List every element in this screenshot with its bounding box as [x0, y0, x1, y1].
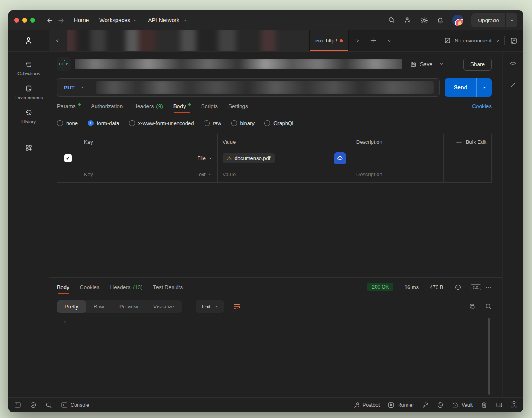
- tab-authorization[interactable]: Authorization: [91, 97, 123, 115]
- find-search-icon[interactable]: [46, 402, 52, 408]
- user-avatar[interactable]: [452, 15, 463, 26]
- nav-api-network[interactable]: API Network: [148, 17, 187, 23]
- blurred-request-name[interactable]: [75, 59, 402, 69]
- status-check-icon[interactable]: [30, 401, 37, 408]
- value-cell[interactable]: documenso.pdf: [218, 150, 351, 166]
- tab-options-chevron-icon[interactable]: [381, 30, 397, 51]
- new-tab-plus-icon[interactable]: [365, 30, 381, 51]
- value-cell[interactable]: Value: [218, 166, 351, 182]
- description-cell[interactable]: Description: [351, 166, 444, 182]
- tab-settings[interactable]: Settings: [228, 97, 248, 115]
- chevron-down-icon: [208, 156, 213, 160]
- invite-user-icon[interactable]: [404, 16, 412, 24]
- mode-raw[interactable]: raw: [204, 120, 221, 126]
- bulk-edit-button[interactable]: Bulk Edit: [444, 134, 491, 150]
- method-chevron-icon[interactable]: [80, 85, 90, 90]
- upgrade-chevron-icon[interactable]: [505, 13, 517, 27]
- save-as-example-icon[interactable]: e.g.: [471, 284, 482, 290]
- code-snippet-icon[interactable]: </>: [510, 60, 516, 67]
- method-selector[interactable]: PUT: [57, 85, 80, 91]
- mode-form-data[interactable]: form-data: [88, 120, 119, 126]
- back-icon[interactable]: [44, 15, 55, 26]
- view-preview[interactable]: Preview: [112, 300, 146, 313]
- vault-button[interactable]: Vault: [452, 401, 473, 408]
- wrap-lines-icon[interactable]: [233, 303, 240, 310]
- expand-panel-icon[interactable]: [510, 82, 516, 88]
- console-button[interactable]: Console: [61, 401, 89, 408]
- response-tab-cookies[interactable]: Cookies: [80, 278, 100, 296]
- status-badge[interactable]: 200 OK: [367, 283, 393, 291]
- share-button[interactable]: Share: [463, 58, 492, 71]
- blurred-tabs[interactable]: [67, 30, 309, 51]
- nav-home[interactable]: Home: [74, 17, 89, 23]
- response-body-editor[interactable]: 1: [49, 316, 502, 397]
- tab-body[interactable]: Body: [173, 97, 191, 115]
- search-response-icon[interactable]: [485, 303, 492, 310]
- file-chip[interactable]: documenso.pdf: [223, 153, 275, 163]
- mode-none[interactable]: none: [57, 120, 78, 126]
- key-cell[interactable]: File: [79, 150, 218, 166]
- mode-binary[interactable]: binary: [231, 120, 255, 126]
- workspace-user-icon[interactable]: [8, 30, 49, 52]
- send-label: Send: [445, 78, 476, 97]
- key-cell[interactable]: Key Text: [79, 166, 218, 182]
- help-icon[interactable]: [511, 401, 517, 408]
- row-checkbox-checked[interactable]: [64, 154, 72, 162]
- blurred-url-value[interactable]: [96, 81, 434, 94]
- environment-selector[interactable]: No environment: [440, 30, 504, 51]
- sidebar-item-history[interactable]: History: [21, 109, 36, 124]
- response-tab-body[interactable]: Body: [57, 278, 69, 296]
- cookies-link[interactable]: Cookies: [472, 103, 492, 109]
- url-input[interactable]: PUT: [57, 78, 440, 97]
- view-pretty[interactable]: Pretty: [57, 300, 86, 313]
- tab-headers[interactable]: Headers (9): [133, 97, 163, 115]
- search-icon[interactable]: [388, 16, 396, 24]
- environment-quick-look-icon[interactable]: [505, 30, 523, 51]
- runner-button[interactable]: Runner: [388, 401, 414, 408]
- trash-icon[interactable]: [481, 401, 488, 408]
- row-checkbox-cell[interactable]: [57, 166, 79, 182]
- close-window-button[interactable]: [14, 18, 19, 23]
- response-more-options-icon[interactable]: [486, 285, 492, 289]
- save-button[interactable]: Save: [410, 61, 432, 67]
- response-tab-test-results[interactable]: Test Results: [153, 278, 183, 296]
- postbot-button[interactable]: Postbot: [353, 401, 380, 408]
- sidebar-item-environments[interactable]: Environments: [15, 85, 43, 100]
- tab-params[interactable]: Params: [57, 97, 81, 115]
- tabs-scroll-left-icon[interactable]: [49, 30, 67, 51]
- minimize-window-button[interactable]: [22, 18, 27, 23]
- tabs-scroll-right-icon[interactable]: [349, 30, 365, 51]
- view-visualize[interactable]: Visualize: [146, 300, 182, 313]
- vertical-scrollbar[interactable]: [488, 318, 490, 395]
- capture-requests-icon[interactable]: [422, 401, 429, 408]
- network-globe-icon[interactable]: [455, 284, 461, 291]
- description-cell[interactable]: [351, 150, 444, 166]
- active-request-tab[interactable]: PUT http:/: [309, 30, 349, 51]
- response-tab-headers[interactable]: Headers (13): [110, 278, 143, 296]
- settings-gear-icon[interactable]: [420, 16, 428, 24]
- sidebar-item-collections[interactable]: Collections: [17, 60, 40, 76]
- upgrade-button[interactable]: Upgrade: [471, 13, 517, 27]
- upload-file-button[interactable]: [334, 152, 346, 164]
- cookies-icon[interactable]: [437, 401, 444, 408]
- forward-icon[interactable]: [55, 15, 67, 26]
- send-options-chevron-icon[interactable]: [476, 78, 492, 97]
- notifications-bell-icon[interactable]: [436, 16, 444, 24]
- view-raw[interactable]: Raw: [86, 300, 112, 313]
- format-dropdown[interactable]: Text: [196, 300, 224, 313]
- split-pane-icon[interactable]: [496, 401, 503, 408]
- zoom-window-button[interactable]: [30, 18, 35, 23]
- mode-x-www-form-urlencoded[interactable]: x-www-form-urlencoded: [129, 120, 194, 126]
- configure-workbench-icon[interactable]: [25, 144, 33, 152]
- toggle-sidebar-icon[interactable]: [14, 401, 21, 408]
- value-type-dropdown[interactable]: Text: [196, 172, 213, 177]
- save-options-chevron-icon[interactable]: [436, 62, 447, 67]
- nav-workspaces[interactable]: Workspaces: [99, 17, 138, 23]
- tab-scripts[interactable]: Scripts: [201, 97, 218, 115]
- mode-graphql[interactable]: GraphQL: [264, 120, 295, 126]
- value-type-dropdown[interactable]: File: [198, 156, 213, 161]
- copy-response-icon[interactable]: [469, 303, 476, 310]
- send-button[interactable]: Send: [445, 78, 492, 97]
- response-size[interactable]: 476 B: [430, 284, 443, 290]
- response-time[interactable]: 16 ms: [405, 284, 419, 290]
